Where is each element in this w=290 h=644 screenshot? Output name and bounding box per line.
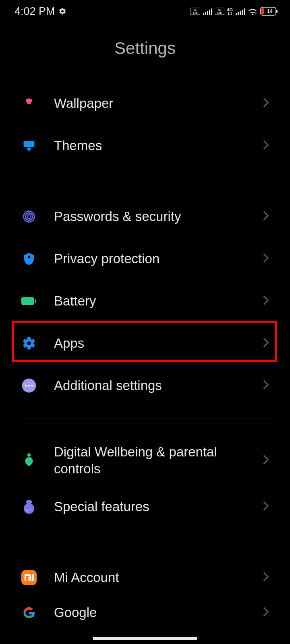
settings-item-battery[interactable]: Battery <box>21 280 269 322</box>
item-label: Passwords & security <box>54 208 246 225</box>
svg-text:LTE: LTE <box>218 12 222 14</box>
svg-rect-15 <box>244 8 245 15</box>
chevron-right-icon <box>263 454 269 467</box>
settings-item-wallpaper[interactable]: Wallpaper <box>21 82 269 124</box>
divider <box>21 419 269 419</box>
svg-rect-12 <box>238 12 239 15</box>
settings-item-mi-account[interactable]: Mi Account <box>21 556 269 599</box>
page-title: Settings <box>0 39 290 58</box>
signal-icon-2 <box>235 8 245 15</box>
chevron-right-icon <box>263 500 269 513</box>
svg-rect-29 <box>35 299 36 303</box>
chevron-right-icon <box>263 97 269 110</box>
svg-text:LTE: LTE <box>193 12 198 14</box>
shield-icon <box>21 251 37 267</box>
fingerprint-icon <box>21 208 37 225</box>
svg-rect-28 <box>21 297 34 305</box>
volte-icon-1: VoLTE <box>191 8 200 15</box>
svg-text:Vo: Vo <box>194 9 197 11</box>
chevron-right-icon <box>263 571 269 584</box>
battery-icon: 14 <box>260 7 278 16</box>
battery-icon <box>21 293 37 309</box>
chevron-right-icon <box>263 139 269 152</box>
svg-point-37 <box>24 503 34 514</box>
settings-item-additional-settings[interactable]: Additional settings <box>21 364 269 407</box>
svg-point-39 <box>30 509 31 510</box>
svg-text:14: 14 <box>267 8 273 14</box>
wallpaper-icon <box>21 95 37 111</box>
svg-point-26 <box>25 213 33 220</box>
svg-point-25 <box>27 215 31 218</box>
item-label: Mi Account <box>54 569 246 586</box>
chevron-right-icon <box>263 337 269 350</box>
settings-item-google[interactable]: Google <box>21 599 269 627</box>
svg-text:Vo: Vo <box>218 9 222 11</box>
settings-item-apps[interactable]: Apps <box>21 322 269 364</box>
svg-rect-23 <box>27 147 31 150</box>
network-4g-icon: 4G <box>227 8 233 15</box>
item-label: Themes <box>54 137 246 154</box>
volte-icon-2: VoLTE <box>215 8 224 15</box>
svg-rect-5 <box>207 11 208 15</box>
svg-rect-24 <box>29 150 30 152</box>
svg-rect-3 <box>203 13 204 15</box>
chevron-right-icon <box>263 606 269 619</box>
more-icon <box>21 378 37 394</box>
svg-point-35 <box>27 453 31 456</box>
svg-point-17 <box>255 14 256 14</box>
svg-point-30 <box>27 341 31 345</box>
chevron-right-icon <box>263 252 269 265</box>
themes-icon <box>21 138 37 154</box>
chevron-right-icon <box>263 210 269 223</box>
divider <box>21 179 269 179</box>
svg-point-34 <box>31 384 33 386</box>
chevron-right-icon <box>263 295 269 308</box>
chevron-right-icon <box>263 379 269 392</box>
item-label: Digital Wellbeing & parental controls <box>54 444 246 477</box>
divider <box>21 540 269 540</box>
special-features-icon <box>21 499 37 515</box>
svg-rect-4 <box>205 12 206 15</box>
svg-point-33 <box>28 384 30 386</box>
svg-point-32 <box>25 384 27 386</box>
svg-rect-19 <box>276 10 278 13</box>
svg-rect-13 <box>240 11 241 15</box>
svg-rect-6 <box>209 10 210 15</box>
settings-item-passwords-security[interactable]: Passwords & security <box>21 195 269 237</box>
item-label: Special features <box>54 498 246 515</box>
status-right: VoLTE VoLTE 4G 14 <box>191 7 278 16</box>
status-time: 4:02 PM <box>14 5 55 18</box>
status-left: 4:02 PM <box>14 5 66 18</box>
settings-item-themes[interactable]: Themes <box>21 124 269 167</box>
google-icon <box>21 605 37 621</box>
mi-icon <box>21 570 37 586</box>
wifi-icon <box>247 7 258 15</box>
svg-point-38 <box>27 510 28 511</box>
item-label: Privacy protection <box>54 250 246 267</box>
item-label: Additional settings <box>54 377 246 394</box>
settings-item-special-features[interactable]: Special features <box>21 485 269 528</box>
item-label: Wallpaper <box>54 95 246 111</box>
svg-rect-20 <box>261 8 264 14</box>
wellbeing-icon <box>21 452 37 469</box>
settings-list: Wallpaper Themes Passwords & security Pr… <box>0 82 290 627</box>
svg-rect-11 <box>236 13 237 15</box>
svg-rect-14 <box>242 10 243 15</box>
svg-rect-22 <box>24 141 35 147</box>
settings-item-privacy-protection[interactable]: Privacy protection <box>21 237 269 280</box>
item-label: Google <box>54 604 246 621</box>
item-label: Battery <box>54 293 246 309</box>
svg-rect-7 <box>211 8 212 15</box>
settings-item-digital-wellbeing[interactable]: Digital Wellbeing & parental controls <box>21 435 269 485</box>
gesture-bar[interactable] <box>93 637 197 640</box>
item-label: Apps <box>54 335 246 351</box>
status-bar: 4:02 PM VoLTE VoLTE 4G 14 <box>0 0 290 23</box>
signal-icon-1 <box>203 8 212 15</box>
apps-gear-icon <box>21 335 37 351</box>
settings-status-icon <box>58 7 66 15</box>
